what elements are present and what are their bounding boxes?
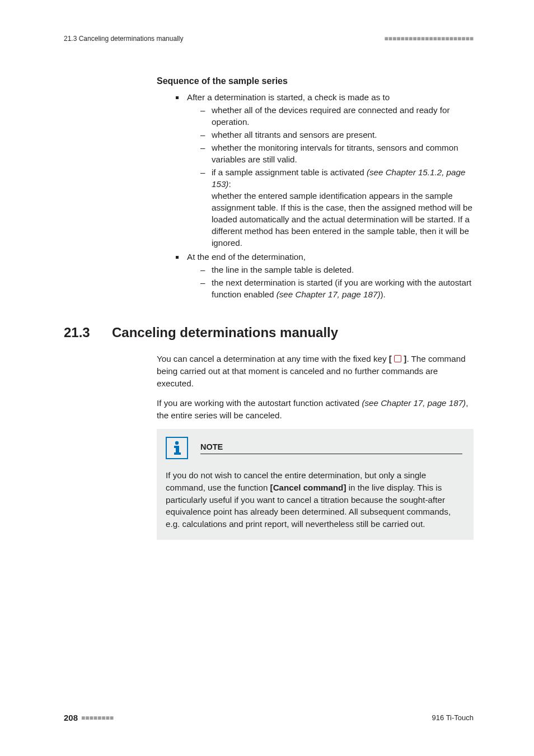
section-number: 21.3 [64, 325, 112, 340]
seq-sub-monitoring: whether the monitoring intervals for tit… [200, 142, 474, 166]
sequence-heading: Sequence of the sample series [157, 76, 474, 86]
seq-sub-next-det-ref: (see Chapter 17, page 187) [277, 290, 381, 299]
note-rule [200, 454, 462, 454]
seq-sub-titrants: whether all titrants and sensors are pre… [200, 129, 474, 141]
seq-item-end: At the end of the determination, the lin… [176, 251, 474, 301]
para-autostart: If you are working with the autostart fu… [157, 397, 474, 421]
footer-decor: ■■■■■■■■ [81, 714, 114, 722]
seq-sub-devices: whether all of the devices required are … [200, 105, 474, 128]
seq-item-start-sublist: whether all of the devices required are … [200, 105, 474, 249]
seq-sub-next-det-b: ). [380, 290, 385, 299]
seq-sub-sample-table-a: if a sample assignment table is activate… [212, 167, 367, 177]
para-cancel-key: You can cancel a determination at any ti… [157, 353, 474, 389]
section-heading: 21.3 Canceling determinations manually [64, 325, 474, 340]
svg-point-0 [175, 441, 179, 445]
running-head-decor: ■■■■■■■■■■■■■■■■■■■■■■ [385, 35, 474, 43]
seq-item-end-sublist: the line in the sample table is deleted.… [200, 264, 474, 301]
sequence-list: After a determination is started, a chec… [176, 92, 474, 300]
seq-item-start: After a determination is started, a chec… [176, 92, 474, 249]
para-autostart-ref: (see Chapter 17, page 187) [362, 398, 466, 408]
note-body-bold: [Cancel command] [270, 483, 346, 492]
info-icon [166, 437, 188, 459]
footer-model: 916 Ti-Touch [432, 713, 474, 722]
note-body: If you do not wish to cancel the entire … [166, 469, 465, 530]
seq-item-end-text: At the end of the determination, [187, 252, 306, 262]
page-number: 208 [64, 713, 78, 722]
para-cancel-key-a: You can cancel a determination at any ti… [157, 354, 389, 363]
running-head-left: 21.3 Canceling determinations manually [64, 35, 183, 43]
svg-rect-2 [176, 446, 179, 454]
para-autostart-a: If you are working with the autostart fu… [157, 398, 362, 408]
page-footer: 208 ■■■■■■■■ 916 Ti-Touch [64, 713, 474, 722]
svg-rect-3 [174, 452, 181, 455]
seq-sub-next-det: the next determination is started (if yo… [200, 277, 474, 301]
seq-sub-sample-table: if a sample assignment table is activate… [200, 167, 474, 249]
seq-sub-line-deleted: the line in the sample table is deleted. [200, 264, 474, 276]
section-title: Canceling determinations manually [112, 325, 338, 340]
note-label: NOTE [200, 442, 465, 452]
seq-sub-sample-table-b: : [228, 179, 231, 189]
seq-item-start-text: After a determination is started, a chec… [187, 92, 390, 102]
note-box: NOTE If you do not wish to cancel the en… [157, 429, 474, 540]
stop-icon [394, 355, 401, 362]
seq-sub-sample-table-body: whether the entered sample identificatio… [212, 190, 474, 249]
